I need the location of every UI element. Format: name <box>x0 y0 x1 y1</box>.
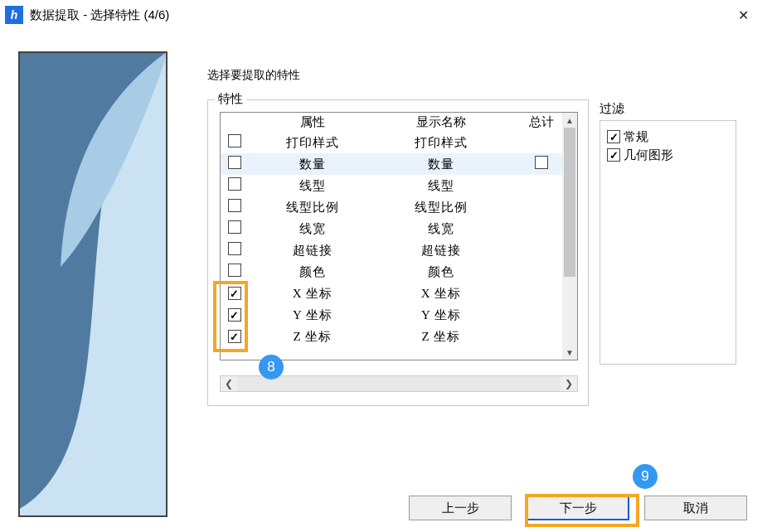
row-checkbox-cell[interactable] <box>221 304 249 326</box>
filter-label-text: 几何图形 <box>624 146 673 164</box>
table-row[interactable]: Y 坐标Y 坐标 <box>221 304 577 326</box>
row-checkbox-cell[interactable] <box>221 218 249 239</box>
cell-display[interactable]: 打印样式 <box>377 132 506 153</box>
col-header-display[interactable]: 显示名称 <box>377 113 506 132</box>
dialog-title: 数据提取 - 选择特性 (4/6) <box>30 7 169 23</box>
hscroll-track[interactable] <box>237 376 561 391</box>
cell-display[interactable]: 数量 <box>377 153 506 175</box>
row-checkbox[interactable] <box>228 242 241 255</box>
cell-attr: 线型比例 <box>249 196 377 218</box>
cell-display[interactable]: X 坐标 <box>377 283 506 304</box>
row-checkbox[interactable] <box>228 177 241 191</box>
row-checkbox-cell[interactable] <box>221 283 249 304</box>
table-header-row: 属性 显示名称 总计 <box>221 113 577 132</box>
table-row[interactable]: Z 坐标Z 坐标 <box>221 326 577 347</box>
page-curl-icon <box>18 51 167 517</box>
dialog-body: 选择要提取的特性 特性 属性 显示名称 总计 打印样式打印样式数量数量线型线型线… <box>0 41 767 532</box>
cell-display[interactable]: Y 坐标 <box>377 304 506 326</box>
row-checkbox[interactable] <box>228 199 241 212</box>
cell-attr: 颜色 <box>249 261 377 283</box>
col-header-attr[interactable]: 属性 <box>249 113 377 132</box>
row-checkbox[interactable] <box>228 264 241 277</box>
filter-label-text: 常规 <box>624 128 648 146</box>
scroll-thumb[interactable] <box>564 128 575 277</box>
filter-item[interactable]: 常规 <box>607 128 729 146</box>
scroll-right-icon[interactable]: ❯ <box>561 376 577 391</box>
cell-attr: 打印样式 <box>249 132 377 153</box>
row-checkbox[interactable] <box>228 220 241 234</box>
table-row[interactable]: 线型线型 <box>221 175 577 196</box>
cell-attr: 线型 <box>249 175 377 196</box>
cell-attr: 数量 <box>249 153 377 175</box>
cell-attr: X 坐标 <box>249 283 377 304</box>
total-checkbox[interactable] <box>535 156 548 169</box>
cell-display[interactable]: 线型比例 <box>377 196 506 218</box>
row-checkbox-cell[interactable] <box>221 132 249 153</box>
cell-attr: 超链接 <box>249 239 377 261</box>
table-row[interactable]: 打印样式打印样式 <box>221 132 577 153</box>
row-checkbox-cell[interactable] <box>221 326 249 347</box>
cancel-button[interactable]: 取消 <box>644 496 747 520</box>
table-row[interactable]: 颜色颜色 <box>221 261 577 283</box>
filter-checkbox[interactable] <box>607 130 620 143</box>
table-row[interactable]: 线宽线宽 <box>221 218 577 239</box>
cell-attr: Z 坐标 <box>249 326 377 347</box>
table-row[interactable]: 超链接超链接 <box>221 239 577 261</box>
app-icon: h <box>5 6 23 24</box>
scroll-left-icon[interactable]: ❮ <box>221 376 237 391</box>
dialog-window: h 数据提取 - 选择特性 (4/6) ✕ 选择要提取的特性 特性 <box>0 0 767 532</box>
vertical-scrollbar[interactable]: ▲ ▼ <box>562 113 577 360</box>
wizard-preview <box>18 51 167 517</box>
cell-display[interactable]: 颜色 <box>377 261 506 283</box>
filter-group-label: 过滤 <box>600 101 624 117</box>
filter-item[interactable]: 几何图形 <box>607 146 729 164</box>
scroll-down-icon[interactable]: ▼ <box>562 345 577 360</box>
cell-display[interactable]: 超链接 <box>377 239 506 261</box>
row-checkbox-cell[interactable] <box>221 153 249 175</box>
cell-display[interactable]: 线宽 <box>377 218 506 239</box>
row-checkbox[interactable] <box>228 287 241 300</box>
table-row[interactable]: 线型比例线型比例 <box>221 196 577 218</box>
cell-display[interactable]: 线型 <box>377 175 506 196</box>
row-checkbox[interactable] <box>228 330 241 343</box>
row-checkbox[interactable] <box>228 308 241 322</box>
table-row[interactable]: 数量数量 <box>221 153 577 175</box>
filter-checkbox[interactable] <box>607 148 620 162</box>
prev-button[interactable]: 上一步 <box>409 496 512 520</box>
cell-display[interactable]: Z 坐标 <box>377 326 506 347</box>
cell-attr: Y 坐标 <box>249 304 377 326</box>
titlebar: h 数据提取 - 选择特性 (4/6) ✕ <box>0 0 767 30</box>
horizontal-scrollbar[interactable]: ❮ ❯ <box>220 375 578 392</box>
filter-group: 常规几何图形 <box>600 120 736 365</box>
row-checkbox-cell[interactable] <box>221 196 249 218</box>
next-button[interactable]: 下一步 <box>527 496 629 520</box>
properties-group-label: 特性 <box>215 91 246 107</box>
row-checkbox-cell[interactable] <box>221 239 249 261</box>
row-checkbox-cell[interactable] <box>221 175 249 196</box>
close-icon: ✕ <box>738 7 749 23</box>
button-row: 上一步 下一步 取消 <box>409 496 747 520</box>
properties-table[interactable]: 属性 显示名称 总计 打印样式打印样式数量数量线型线型线型比例线型比例线宽线宽超… <box>220 112 578 360</box>
properties-group: 特性 属性 显示名称 总计 打印样式打印样式数量数量线型线型线型比例线型比例线宽… <box>207 99 589 406</box>
row-checkbox-cell[interactable] <box>221 261 249 283</box>
table-row[interactable]: X 坐标X 坐标 <box>221 283 577 304</box>
scroll-up-icon[interactable]: ▲ <box>562 113 577 128</box>
section-heading: 选择要提取的特性 <box>207 68 300 83</box>
row-checkbox[interactable] <box>228 156 241 169</box>
cell-attr: 线宽 <box>249 218 377 239</box>
row-checkbox[interactable] <box>228 134 241 148</box>
callout-badge-9: 9 <box>633 464 658 489</box>
close-button[interactable]: ✕ <box>724 0 762 30</box>
